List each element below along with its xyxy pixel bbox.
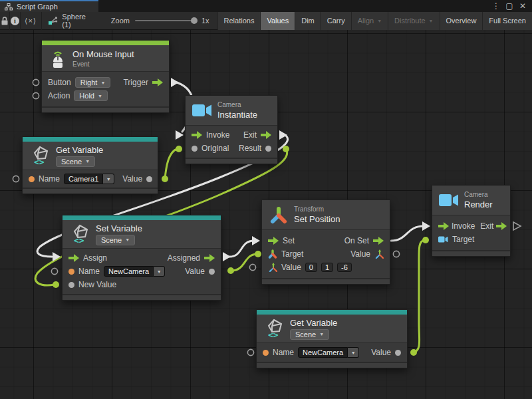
variable-name-combobox[interactable]: Camera1 ▼: [64, 174, 114, 184]
name-input-port[interactable]: [29, 176, 35, 182]
wire-onset-to-invoke: [391, 226, 424, 241]
maximize-icon[interactable]: ▢: [504, 1, 515, 11]
graph-icon: [5, 3, 13, 11]
variable-name-combobox[interactable]: NewCamera ▼: [298, 347, 359, 358]
node-camera-render[interactable]: Camera Render Invoke Exit Target: [432, 185, 511, 257]
on-set-output-port[interactable]: [373, 237, 384, 245]
node-camera-instantiate[interactable]: Camera Instantiate Invoke Exit Original …: [185, 95, 278, 164]
result-output-port[interactable]: [265, 146, 271, 152]
fullscreen-button[interactable]: Full Screen: [482, 12, 532, 30]
value-output-port[interactable]: [209, 269, 215, 275]
set-input-port[interactable]: [268, 237, 279, 245]
node-title: On Mouse Input: [72, 49, 134, 59]
node-title: Render: [464, 200, 493, 209]
port-row-name-value: Name NewCamera ▼ Value: [63, 265, 221, 278]
wire-assigned-to-set: [229, 241, 254, 257]
close-icon[interactable]: ✕: [517, 1, 528, 11]
assigned-output-port[interactable]: [204, 254, 215, 262]
name-input-port[interactable]: [68, 269, 74, 275]
transform-port-icon[interactable]: [268, 249, 277, 259]
x-value-field[interactable]: 0: [305, 263, 317, 272]
vector3-port-icon[interactable]: [374, 249, 384, 259]
node-set-position[interactable]: Transform Set Position Set On Set Target: [261, 200, 390, 285]
window-menu-icon[interactable]: ⋮: [491, 1, 501, 11]
port-row-target: Target Value: [262, 247, 390, 261]
overview-button[interactable]: Overview: [440, 12, 483, 30]
info-icon: i: [11, 17, 19, 25]
scope-dropdown[interactable]: Scene▼: [96, 235, 135, 245]
align-button[interactable]: Align▼: [351, 12, 388, 30]
lock-button[interactable]: [0, 12, 9, 30]
invoke-input-port[interactable]: [192, 131, 202, 139]
node-footer: [63, 294, 221, 300]
name-input-port[interactable]: [263, 350, 269, 356]
assign-input-port[interactable]: [68, 254, 79, 262]
event-accent-bar: [42, 41, 169, 45]
z-value-field[interactable]: -6: [337, 263, 352, 272]
node-footer: [23, 188, 158, 194]
scope-dropdown[interactable]: Scene▼: [290, 329, 329, 340]
variable-icon: <>: [69, 223, 90, 245]
port-row-value: Value 0 1 -6: [262, 261, 390, 274]
tab-script-graph[interactable]: Script Graph: [0, 0, 98, 12]
node-footer: [262, 278, 390, 284]
chevron-down-icon[interactable]: ▼: [154, 266, 165, 277]
node-title: Set Variable: [96, 223, 142, 233]
variable-name-combobox[interactable]: NewCamera ▼: [104, 266, 165, 277]
distribute-button[interactable]: Distribute▼: [388, 12, 439, 30]
exit-output-port[interactable]: [496, 222, 507, 230]
breadcrumb[interactable]: Sphere (1): [41, 13, 92, 29]
zoom-slider[interactable]: [135, 20, 196, 21]
node-category: Camera: [464, 191, 493, 198]
node-footer: [432, 250, 510, 256]
invoke-input-port[interactable]: [438, 222, 449, 230]
port-row-name-value: Name Camera1 ▼ Value: [23, 172, 158, 186]
port-row-original-result: Original Result: [186, 142, 277, 155]
new-value-input-port[interactable]: [68, 282, 74, 288]
node-on-mouse-input[interactable]: On Mouse Input Event Button Right▼ Trigg…: [41, 40, 170, 113]
tab-title: Script Graph: [17, 3, 58, 11]
node-footer: [257, 362, 407, 368]
chevron-down-icon: ▼: [98, 94, 102, 98]
variable-icon: <>: [263, 318, 285, 339]
port-row-action: Action Hold▼: [42, 89, 169, 102]
node-subtitle: Event: [72, 61, 134, 68]
port-row-invoke-exit: Invoke Exit: [432, 219, 510, 233]
y-value-field[interactable]: 1: [321, 263, 333, 272]
camera-port-icon[interactable]: [438, 236, 448, 243]
relations-button[interactable]: Relations: [217, 12, 261, 30]
values-button[interactable]: Values: [260, 12, 295, 30]
variables-button[interactable]: ⟨×⟩: [20, 12, 41, 30]
node-title: Get Variable: [56, 145, 103, 155]
node-get-variable-newcamera[interactable]: <> Get Variable Scene▼ Name NewCamera ▼ …: [256, 309, 408, 368]
camera-icon: [192, 104, 212, 117]
chevron-down-icon[interactable]: ▼: [103, 174, 114, 184]
svg-text:<>: <>: [268, 330, 279, 339]
script-graph-window: Script Graph ⋮ ▢ ✕ i ⟨×⟩: [0, 0, 532, 399]
button-dropdown[interactable]: Right▼: [75, 77, 111, 88]
node-footer: [186, 158, 277, 164]
trigger-output-port[interactable]: [152, 78, 163, 86]
dim-button[interactable]: Dim: [295, 12, 321, 30]
variable-accent-bar: [23, 137, 158, 142]
original-input-port[interactable]: [192, 146, 198, 152]
value-output-port[interactable]: [395, 350, 401, 356]
chevron-down-icon: ▼: [100, 80, 105, 85]
svg-text:<>: <>: [74, 235, 84, 245]
action-dropdown[interactable]: Hold▼: [74, 90, 108, 101]
wire-value-to-target: [231, 254, 257, 271]
carry-button[interactable]: Carry: [321, 12, 351, 30]
node-get-variable-camera1[interactable]: <> Get Variable Scene▼ Name Camera1 ▼ Va…: [22, 136, 158, 194]
scope-dropdown[interactable]: Scene▼: [56, 156, 95, 167]
chevron-down-icon[interactable]: ▼: [348, 347, 359, 358]
exit-output-port[interactable]: [261, 131, 271, 139]
wire-getvalue-to-rendertarget: [414, 240, 424, 352]
graph-canvas[interactable]: On Mouse Input Event Button Right▼ Trigg…: [0, 30, 532, 399]
zoom-slider-handle[interactable]: [191, 17, 198, 24]
variable-icon: <>: [29, 145, 51, 166]
info-button[interactable]: i: [10, 12, 20, 30]
value-output-port[interactable]: [146, 176, 152, 182]
node-title: Get Variable: [290, 318, 337, 328]
vector3-port-icon[interactable]: [268, 263, 277, 272]
node-set-variable[interactable]: <> Set Variable Scene▼ Assign Assigned: [62, 215, 221, 301]
